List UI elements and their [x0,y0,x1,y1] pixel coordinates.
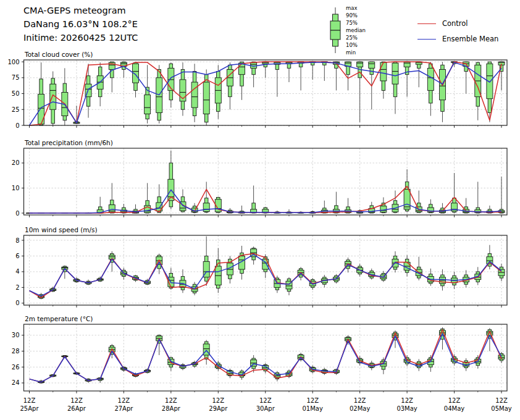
grid [24,148,508,215]
svg-text:12Z: 12Z [165,397,177,404]
y-axis-labels: 01020 [12,159,24,216]
svg-text:0: 0 [15,300,19,306]
svg-text:26: 26 [12,364,20,371]
svg-text:24: 24 [12,379,20,386]
svg-text:12Z: 12Z [259,397,272,404]
legend-p75-label: 75% [346,20,358,26]
svg-text:8: 8 [15,237,19,244]
svg-text:12Z: 12Z [354,397,366,404]
panel-total-precipitation: 01020Total precipitation (mm/6h) [12,139,507,217]
svg-text:12Z: 12Z [401,397,413,404]
svg-text:29Apr: 29Apr [209,405,228,412]
panel-wind-speed: 0246810m wind speed (m/s) [15,226,507,308]
svg-text:12Z: 12Z [70,397,83,404]
svg-text:28: 28 [12,348,20,355]
y-axis-labels: 0255075100 [7,59,23,129]
legend-median-label: median [346,27,366,33]
grid [24,324,508,391]
svg-text:0: 0 [15,122,19,129]
svg-text:4: 4 [15,268,19,275]
legend-min-label: min [346,49,356,56]
svg-text:30Apr: 30Apr [256,405,275,412]
svg-text:12Z: 12Z [23,397,36,404]
legend-p25-label: 25% [346,35,358,41]
svg-text:50: 50 [12,90,20,97]
svg-text:02May: 02May [350,405,370,412]
svg-text:01May: 01May [302,405,322,412]
axis-ticks [30,215,502,217]
svg-text:25: 25 [12,106,20,113]
svg-text:26Apr: 26Apr [67,405,86,412]
panel-title: 2m temperature (°C) [25,315,93,322]
svg-text:6: 6 [15,253,19,259]
legend-p90-label: 90% [346,12,358,19]
box-plots [38,327,505,384]
panel-total-cloud-cover: 0255075100Total cloud cover (%) [7,51,507,129]
svg-text:0: 0 [15,210,19,217]
svg-text:25Apr: 25Apr [20,405,39,412]
panel-title: Total cloud cover (%) [24,51,93,58]
meteogram-chart: 0255075100Total cloud cover (%)01020Tota… [0,0,520,420]
y-axis-labels: 24262830 [12,332,24,386]
svg-text:03May: 03May [396,405,417,412]
axis-ticks [30,125,502,128]
x-axis-labels: 12Z25Apr12Z26Apr12Z27Apr12Z28Apr12Z29Apr… [20,397,511,412]
box-whisker-legend: max 90% 75% median 25% 10% min [327,5,395,56]
ensemble-mean-line-swatch-icon [417,39,436,40]
panel-temperature: 242628302m temperature (°C)12Z25Apr12Z26… [12,315,512,412]
control-legend-entry: Control [417,19,468,28]
svg-text:04May: 04May [444,405,464,412]
legend-max-label: max [346,5,358,11]
meteogram-page: CMA-GEPS meteogram DaNang 16.03°N 108.2°… [0,0,520,420]
box-whisker-glyph-icon [327,5,343,56]
svg-text:28Apr: 28Apr [162,405,181,412]
svg-text:12Z: 12Z [118,397,130,404]
box-plots [38,237,505,300]
ensemble-mean-legend-label: Ensemble Mean [442,35,498,43]
panel-title: 10m wind speed (m/s) [25,226,98,233]
station-location: DaNang 16.03°N 108.2°E [23,17,138,31]
svg-text:75: 75 [12,74,20,81]
report-header: CMA-GEPS meteogram DaNang 16.03°N 108.2°… [23,4,138,44]
svg-text:12Z: 12Z [495,397,508,404]
axis-ticks [30,391,502,393]
svg-text:20: 20 [12,159,20,166]
svg-text:10: 10 [12,185,20,191]
y-axis-labels: 02468 [15,237,23,307]
ensemble-mean-legend-entry: Ensemble Mean [417,34,498,44]
svg-text:2: 2 [15,284,19,291]
axis-ticks [30,305,502,308]
svg-text:12Z: 12Z [448,397,461,404]
page-title: CMA-GEPS meteogram [23,4,138,17]
svg-text:27Apr: 27Apr [114,405,133,412]
svg-text:12Z: 12Z [212,397,225,404]
control-legend-label: Control [442,19,468,28]
svg-text:100: 100 [7,59,19,65]
control-line-swatch-icon [417,23,436,24]
svg-text:30: 30 [12,332,20,338]
init-time: Initime: 20260425 12UTC [23,31,138,44]
panel-title: Total precipitation (mm/6h) [24,139,113,146]
svg-text:05May: 05May [491,405,511,412]
legend-p10-label: 10% [346,42,358,48]
svg-text:12Z: 12Z [306,397,319,404]
